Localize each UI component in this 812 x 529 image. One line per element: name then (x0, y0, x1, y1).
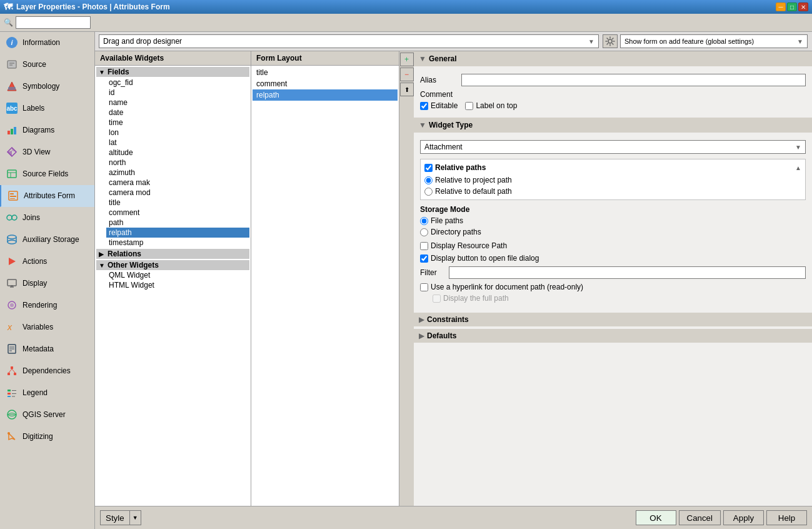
sidebar-item-symbology[interactable]: Symbology (0, 76, 94, 98)
three-panel: Available Widgets ▼ Fields ogc_fid id na… (95, 51, 812, 506)
relative-paths-group: Relative paths ▲ Relative to project pat… (420, 159, 806, 200)
tree-item-id[interactable]: id (106, 88, 249, 98)
maximize-button[interactable]: □ (787, 3, 797, 11)
tree-item-altitude[interactable]: altitude (106, 148, 249, 158)
tree-item-camera-mak[interactable]: camera mak (106, 178, 249, 188)
relative-project-radio[interactable] (424, 176, 433, 184)
tree-item-camera-mod[interactable]: camera mod (106, 188, 249, 198)
tree-item-lat[interactable]: lat (106, 138, 249, 148)
form-item-relpath[interactable]: relpath (253, 89, 398, 101)
form-item-comment[interactable]: comment (253, 78, 398, 89)
sidebar-label-actions: Actions (23, 257, 47, 266)
ok-button[interactable]: OK (636, 510, 676, 525)
designer-settings-button[interactable] (603, 34, 618, 48)
sidebar-item-metadata[interactable]: Metadata (0, 338, 94, 360)
constraints-title: Constraints (427, 315, 469, 324)
file-paths-label: File paths (431, 216, 463, 225)
sidebar-item-dependencies[interactable]: Dependencies (0, 360, 94, 382)
form-layout-header: Form Layout (251, 51, 399, 66)
editable-checkbox[interactable] (420, 102, 428, 110)
sidebar-item-joins[interactable]: Joins (0, 207, 94, 229)
sidebar-item-rendering[interactable]: Rendering (0, 295, 94, 316)
help-button[interactable]: Help (766, 510, 807, 525)
sidebar-item-qgis-server[interactable]: QGIS Server (0, 404, 94, 426)
sidebar-item-attributes-form[interactable]: Attributes Form (0, 185, 94, 207)
sidebar-item-legend[interactable]: Legend (0, 382, 94, 404)
sidebar-item-3d-view[interactable]: 3D View (0, 141, 94, 163)
tree-item-date[interactable]: date (106, 108, 249, 118)
sidebar-item-actions[interactable]: Actions (0, 251, 94, 273)
tree-item-path[interactable]: path (106, 218, 249, 228)
sidebar-item-display[interactable]: Display (0, 273, 94, 295)
dir-paths-radio[interactable] (420, 228, 428, 236)
content-area: i Information Source Symbology (0, 32, 812, 529)
style-dropdown-arrow: ▼ (133, 515, 138, 521)
relative-paths-checkbox[interactable] (424, 164, 433, 172)
tree-other-widgets-parent[interactable]: ▼ Other Widgets (96, 260, 249, 270)
tree-item-qml-widget[interactable]: QML Widget (106, 270, 249, 280)
display-button-checkbox[interactable] (420, 254, 428, 263)
widget-type-header[interactable]: ▼ Widget Type (414, 118, 812, 133)
show-form-dropdown[interactable]: Show form on add feature (global setting… (620, 34, 808, 48)
style-button[interactable]: Style (100, 510, 130, 525)
sidebar-label-qgis-server: QGIS Server (23, 410, 66, 419)
general-title: General (429, 54, 457, 63)
tree-fields-parent[interactable]: ▼ Fields (96, 67, 249, 77)
svg-rect-15 (10, 193, 14, 194)
display-resource-checkbox[interactable] (420, 242, 428, 250)
legend-icon (5, 386, 19, 400)
tree-item-html-widget[interactable]: HTML Widget (106, 280, 249, 290)
designer-dropdown[interactable]: Drag and drop designer ▼ (99, 34, 599, 48)
tree-item-timestamp[interactable]: timestamp (106, 238, 249, 248)
alias-input[interactable] (461, 74, 806, 86)
attachment-dropdown[interactable]: Attachment ▼ (420, 140, 806, 154)
general-section-header[interactable]: ▼ General (414, 51, 812, 66)
sidebar-item-diagrams[interactable]: Diagrams (0, 119, 94, 141)
sidebar-item-variables[interactable]: x Variables (0, 316, 94, 338)
relative-paths-collapse[interactable]: ▲ (795, 164, 801, 171)
relative-default-radio[interactable] (424, 188, 433, 196)
sidebar-item-digitizing[interactable]: Digitizing (0, 426, 94, 448)
defaults-expand-icon: ▶ (419, 331, 424, 340)
tree-item-relpath[interactable]: relpath (106, 228, 249, 238)
tree-item-lon[interactable]: lon (106, 128, 249, 138)
form-item-title[interactable]: title (253, 67, 398, 78)
defaults-header[interactable]: ▶ Defaults (414, 329, 812, 343)
svg-rect-35 (8, 373, 10, 375)
tree-item-ogc-fid[interactable]: ogc_fid (106, 78, 249, 88)
constraints-header[interactable]: ▶ Constraints (414, 313, 812, 326)
joins-icon (5, 211, 19, 224)
show-form-label: Show form on add feature (global setting… (624, 38, 754, 45)
sidebar-item-labels[interactable]: abc Labels (0, 98, 94, 119)
cancel-button[interactable]: Cancel (679, 510, 721, 525)
tree-item-comment[interactable]: comment (106, 208, 249, 218)
style-dropdown-button[interactable]: ▼ (130, 510, 141, 525)
source-fields-icon (5, 167, 19, 181)
remove-field-button[interactable]: − (400, 68, 414, 81)
svg-point-48 (608, 39, 612, 43)
tree-item-time[interactable]: time (106, 118, 249, 128)
search-input[interactable] (16, 16, 91, 29)
tree-item-azimuth[interactable]: azimuth (106, 168, 249, 178)
tree-item-name[interactable]: name (106, 98, 249, 108)
full-path-checkbox[interactable] (433, 295, 441, 303)
tree-relations-parent[interactable]: ▶ Relations (96, 249, 249, 259)
tree-item-north[interactable]: north (106, 158, 249, 168)
close-button[interactable]: ✕ (798, 3, 808, 11)
filter-input[interactable] (449, 266, 806, 279)
apply-button[interactable]: Apply (723, 510, 764, 525)
tree-item-title[interactable]: title (106, 198, 249, 208)
add-field-button[interactable]: + (400, 53, 414, 66)
sidebar-item-auxiliary-storage[interactable]: Auxiliary Storage (0, 229, 94, 251)
sidebar-item-source-fields[interactable]: Source Fields (0, 163, 94, 185)
sidebar-label-auxiliary-storage: Auxiliary Storage (23, 235, 79, 244)
file-paths-radio[interactable] (420, 217, 428, 225)
svg-point-47 (8, 432, 10, 435)
label-on-top-checkbox[interactable] (465, 102, 473, 110)
sidebar-item-source[interactable]: Source (0, 54, 94, 76)
hyperlink-checkbox[interactable] (420, 283, 428, 291)
move-field-button[interactable]: ⬆ (400, 83, 414, 96)
relative-paths-label: Relative paths (435, 163, 486, 172)
sidebar-item-information[interactable]: i Information (0, 32, 94, 54)
minimize-button[interactable]: ─ (776, 3, 786, 11)
